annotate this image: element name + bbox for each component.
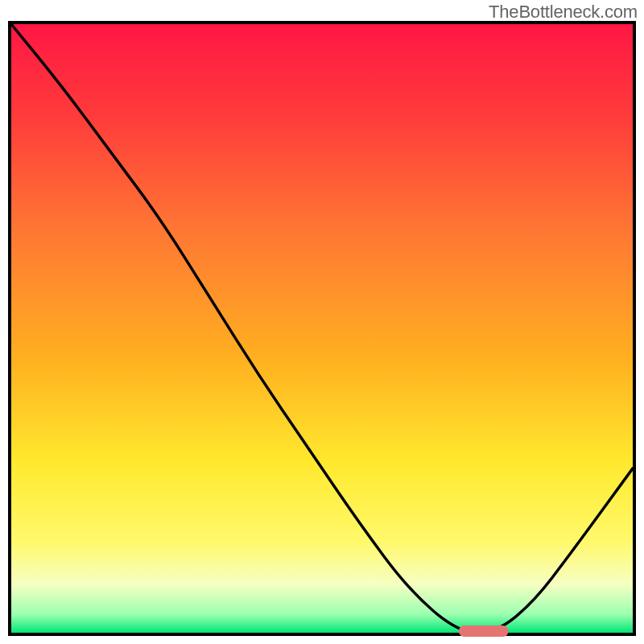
- plot-background: [11, 24, 633, 633]
- optimal-marker: [459, 625, 509, 637]
- chart-svg: [0, 0, 644, 644]
- watermark-text: TheBottleneck.com: [489, 2, 638, 23]
- bottleneck-chart: TheBottleneck.com: [0, 0, 644, 644]
